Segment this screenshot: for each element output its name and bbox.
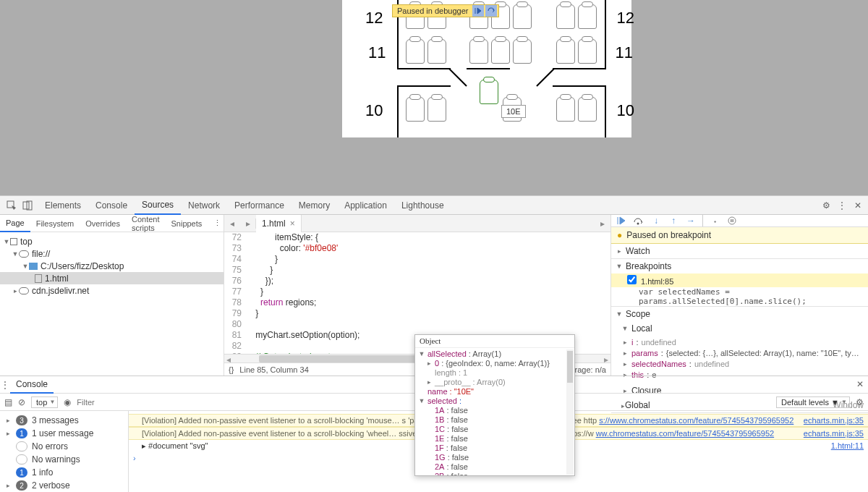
seat[interactable]: [469, 39, 488, 64]
resume-button[interactable]: [472, 5, 484, 17]
seat[interactable]: [513, 4, 532, 29]
settings-icon[interactable]: ⚙: [820, 200, 832, 211]
nav-tab-page[interactable]: Page: [0, 215, 30, 232]
seat[interactable]: [513, 39, 532, 64]
nav-back-icon[interactable]: ◂: [224, 219, 240, 229]
editor-tab-name: 1.html: [262, 219, 286, 229]
nav-tab-content-scripts[interactable]: Content scripts: [126, 215, 166, 232]
row-label: 11: [368, 43, 386, 62]
row-label: 12: [617, 9, 634, 27]
close-icon[interactable]: ✕: [852, 200, 864, 211]
devtools-tab-performance[interactable]: Performance: [227, 196, 292, 215]
step-out-icon[interactable]: ↑: [668, 215, 679, 226]
step-over-icon[interactable]: [633, 215, 644, 226]
row-label: 10: [617, 101, 634, 120]
seat[interactable]: [427, 39, 446, 64]
devtools-tab-network[interactable]: Network: [181, 196, 227, 215]
console-filter-row[interactable]: ▸22 verbose: [0, 479, 128, 492]
tree-top[interactable]: top: [20, 237, 33, 247]
watch-section[interactable]: ▸Watch: [611, 244, 868, 258]
nav-tab-overrides[interactable]: Overrides: [80, 215, 126, 232]
row-label: 12: [365, 9, 383, 27]
live-expr-icon[interactable]: ◉: [64, 397, 71, 407]
pause-exc-icon[interactable]: [726, 215, 738, 226]
devtools-tab-console[interactable]: Console: [88, 196, 135, 215]
more-icon[interactable]: ⋮: [836, 200, 848, 211]
tree-file[interactable]: 1.html: [45, 273, 69, 284]
file-tree[interactable]: ▼top ▼file:// ▼C:/Users/fizz/Desktop 1.h…: [0, 232, 224, 300]
devtools-tab-sources[interactable]: Sources: [135, 196, 181, 215]
devtools-tab-application[interactable]: Application: [337, 196, 394, 215]
seat-tooltip: 10E: [501, 105, 526, 118]
bp-code: var selectedNames = params.allSelected[0…: [611, 287, 868, 306]
nav-fwd-icon[interactable]: ▸: [240, 219, 256, 229]
debugger-toolbar: ↓ ↑ → ⬩: [611, 215, 868, 227]
seat[interactable]: [406, 97, 425, 122]
seat[interactable]: [578, 4, 597, 29]
debugger-panel: ↓ ↑ → ⬩ ●Paused on breakpoint ▸Watch ▼Br…: [611, 215, 868, 376]
devtools-tab-elements[interactable]: Elements: [38, 196, 88, 215]
sidebar-toggle-icon[interactable]: ▤: [4, 397, 12, 407]
console-filter-row[interactable]: ▸33 messages: [0, 414, 128, 427]
drawer-expand-icon[interactable]: ⋮: [0, 380, 10, 390]
paused-banner: Paused in debugger: [392, 4, 499, 17]
tree-folder[interactable]: C:/Users/fizz/Desktop: [41, 261, 124, 271]
console-filter-row[interactable]: No errors: [0, 440, 128, 453]
clear-console-icon[interactable]: ⊘: [18, 397, 25, 407]
seat[interactable]: [427, 97, 446, 122]
console-filter-row[interactable]: ▸11 user message: [0, 427, 128, 440]
popover-scrollbar[interactable]: [566, 349, 574, 475]
drawer-close-icon[interactable]: ✕: [856, 379, 864, 389]
seat[interactable]: [556, 39, 575, 64]
devtools-tab-lighthouse[interactable]: Lighthouse: [394, 196, 451, 215]
scope-local[interactable]: ▼Local: [611, 321, 868, 336]
watch-label: Watch: [626, 246, 650, 256]
nav-more-icon[interactable]: ▸: [595, 219, 610, 229]
rendered-page: 12 12 11 11 10 10 10E Paused in debugger: [0, 0, 868, 195]
devtools-tabs: ElementsConsoleSourcesNetworkPerformance…: [0, 196, 868, 215]
console-sidebar: ▸33 messages▸11 user messageNo errorsNo …: [0, 411, 129, 492]
resume-icon[interactable]: [616, 215, 627, 226]
device-icon[interactable]: [22, 200, 33, 211]
tree-origin[interactable]: cdn.jsdelivr.net: [32, 286, 89, 296]
breakpoints-section[interactable]: ▼Breakpoints: [611, 259, 868, 273]
close-tab-icon[interactable]: ×: [290, 219, 295, 229]
console-tab[interactable]: Console: [10, 376, 54, 394]
seat[interactable]: [406, 39, 425, 64]
step-button[interactable]: [485, 5, 497, 17]
popover-body[interactable]: ▼allSelected: Array(1)▸0: {geoIndex: 0, …: [415, 348, 574, 476]
scope-section[interactable]: ▼Scope: [611, 307, 868, 321]
seat[interactable]: [578, 97, 597, 122]
seat[interactable]: [491, 39, 510, 64]
inspect-icon[interactable]: [6, 200, 17, 211]
cursor-position: Line 85, Column 34: [239, 365, 308, 374]
popover-title: Object: [415, 335, 574, 348]
nav-tab-snippets[interactable]: Snippets: [165, 215, 208, 232]
seat[interactable]: [556, 97, 575, 122]
seat-selected[interactable]: [480, 80, 498, 104]
seat[interactable]: [578, 39, 597, 64]
breakpoints-label: Breakpoints: [626, 261, 671, 271]
cloud-icon: [19, 250, 29, 258]
page-navigator: PageFilesystemOverridesContent scriptsSn…: [0, 215, 224, 376]
nav-tab-filesystem[interactable]: Filesystem: [30, 215, 80, 232]
editor-tab[interactable]: 1.html×: [256, 215, 302, 232]
object-popover: Object ▼allSelected: Array(1)▸0: {geoInd…: [414, 334, 575, 476]
seat-map: 12 12 11 11 10 10 10E: [342, 0, 631, 137]
console-filter-row[interactable]: No warnings: [0, 453, 128, 466]
filter-input[interactable]: [77, 398, 250, 407]
context-select[interactable]: top: [31, 396, 58, 408]
row-label: 10: [365, 101, 383, 120]
breakpoint-item[interactable]: 1.html:85: [611, 273, 868, 287]
levels-select[interactable]: Default levels ▼: [776, 396, 850, 408]
deactivate-bp-icon[interactable]: ⬩: [709, 215, 720, 226]
seat[interactable]: [556, 4, 575, 29]
tree-origin[interactable]: file://: [32, 249, 50, 259]
step-into-icon[interactable]: ↓: [650, 215, 662, 226]
console-settings-icon[interactable]: ⚙: [856, 397, 864, 407]
bp-checkbox[interactable]: [627, 275, 637, 284]
devtools-tab-memory[interactable]: Memory: [292, 196, 337, 215]
console-filter-row[interactable]: 11 info: [0, 466, 128, 479]
step-icon[interactable]: →: [685, 215, 697, 226]
bp-location: 1.html:85: [641, 277, 673, 286]
